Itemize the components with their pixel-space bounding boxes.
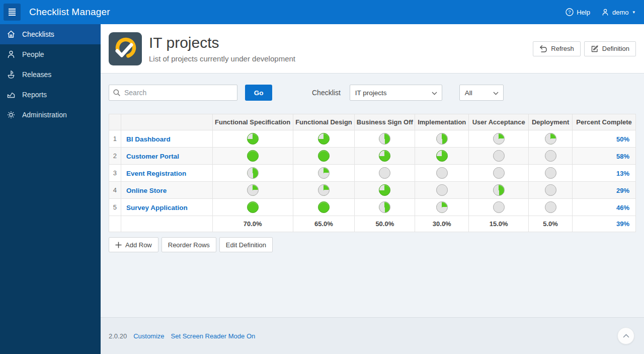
checklist-select[interactable]: IT projects <box>350 85 442 101</box>
version-label: 2.0.20 <box>109 332 127 340</box>
project-link[interactable]: Online Store <box>126 187 167 194</box>
sidebar-item-reports[interactable]: Reports <box>0 85 101 105</box>
refresh-icon <box>539 45 547 53</box>
plus-icon <box>115 242 122 248</box>
column-header: Deployment <box>529 114 573 130</box>
stage-pie[interactable] <box>247 201 259 213</box>
scope-select[interactable]: All <box>459 85 504 101</box>
stage-pie[interactable] <box>493 167 505 179</box>
row-number: 4 <box>109 182 121 199</box>
edit-definition-button[interactable]: Edit Definition <box>219 237 273 252</box>
project-link[interactable]: Customer Portal <box>126 153 179 160</box>
stage-pie[interactable] <box>247 167 259 179</box>
page-subtitle: List of projects currently under develop… <box>149 54 295 63</box>
gear-icon <box>7 110 16 119</box>
stage-pie[interactable] <box>379 150 390 162</box>
column-header: Business Sign Off <box>355 114 415 130</box>
percent-link[interactable]: 46% <box>616 204 629 211</box>
project-link[interactable]: BI Dashboard <box>126 135 171 143</box>
stage-pie[interactable] <box>436 133 448 145</box>
column-header-name <box>121 114 212 130</box>
go-button[interactable]: Go <box>245 85 272 101</box>
table-row: 2Customer Portal58% <box>109 148 636 165</box>
row-number: 3 <box>109 165 121 182</box>
totals-row: 70.0% 65.0% 50.0% 30.0% 15.0% 5.0% 39% <box>109 216 636 232</box>
sidebar-item-people[interactable]: People <box>0 44 101 64</box>
percent-link[interactable]: 13% <box>616 170 629 177</box>
stage-pie[interactable] <box>318 184 330 196</box>
sidebar-item-administration[interactable]: Administration <box>0 105 101 125</box>
customize-link[interactable]: Customize <box>133 332 164 340</box>
table-body: 1BI Dashboard50%2Customer Portal58%3Even… <box>109 130 636 216</box>
column-header: Functional Specification <box>212 114 293 130</box>
stage-pie[interactable] <box>436 150 448 162</box>
stage-pie[interactable] <box>436 201 448 213</box>
person-icon <box>7 50 16 59</box>
stage-pie[interactable] <box>436 184 448 196</box>
stage-pie[interactable] <box>545 133 556 145</box>
stage-pie[interactable] <box>493 150 505 162</box>
stage-pie[interactable] <box>247 150 259 162</box>
user-menu[interactable]: demo ▾ <box>601 8 635 16</box>
stage-total: 5.0% <box>529 216 573 232</box>
app-title: Checklist Manager <box>29 7 110 18</box>
column-header: Implementation <box>415 114 469 130</box>
project-link[interactable]: Survey Application <box>126 204 188 211</box>
project-link[interactable]: Event Registration <box>126 170 186 177</box>
ship-icon <box>7 70 16 79</box>
refresh-button[interactable]: Refresh <box>533 41 581 56</box>
reorder-rows-button[interactable]: Reorder Rows <box>162 237 216 252</box>
stage-pie[interactable] <box>545 167 556 179</box>
page-title: IT projects <box>149 34 295 52</box>
page-header: IT projects List of projects currently u… <box>101 24 644 74</box>
user-icon <box>601 8 609 16</box>
stage-total: 65.0% <box>293 216 355 232</box>
screen-reader-link[interactable]: Set Screen Reader Mode On <box>171 332 256 340</box>
column-header: User Acceptance <box>469 114 529 130</box>
definition-button[interactable]: Definition <box>584 41 636 56</box>
content-region: Go Checklist IT projects All Functional … <box>101 74 644 252</box>
stage-pie[interactable] <box>318 167 330 179</box>
stage-pie[interactable] <box>247 133 259 145</box>
hamburger-menu-button[interactable] <box>4 4 21 21</box>
chart-icon <box>7 90 16 99</box>
help-link[interactable]: ? Help <box>566 8 590 16</box>
stage-pie[interactable] <box>493 133 505 145</box>
add-row-button[interactable]: Add Row <box>109 237 158 252</box>
stage-pie[interactable] <box>318 150 330 162</box>
percent-link[interactable]: 29% <box>616 187 629 194</box>
main-region: IT projects List of projects currently u… <box>101 24 644 252</box>
stage-pie[interactable] <box>379 167 390 179</box>
stage-pie[interactable] <box>545 184 556 196</box>
scroll-to-top-button[interactable] <box>617 327 634 344</box>
sidebar-item-releases[interactable]: Releases <box>0 64 101 85</box>
chevron-down-icon <box>493 92 499 95</box>
percent-link[interactable]: 58% <box>616 153 629 160</box>
app-header: Checklist Manager ? Help demo ▾ <box>0 0 644 24</box>
checklist-table: Functional Specification Functional Desi… <box>109 114 636 232</box>
stage-pie[interactable] <box>318 201 330 213</box>
stage-total: 30.0% <box>415 216 469 232</box>
search-input[interactable] <box>109 85 237 101</box>
stage-pie[interactable] <box>247 184 259 196</box>
column-header: Percent Complete <box>573 114 636 130</box>
home-icon <box>7 30 16 39</box>
chevron-down-icon: ▾ <box>632 10 635 15</box>
stage-pie[interactable] <box>493 201 505 213</box>
sidebar: Checklists People Releases Reports Admin… <box>0 24 101 354</box>
stage-pie[interactable] <box>545 201 556 213</box>
percent-link[interactable]: 50% <box>616 135 629 143</box>
table-row: 1BI Dashboard50% <box>109 130 636 148</box>
stage-pie[interactable] <box>545 150 556 162</box>
stage-pie[interactable] <box>493 184 505 196</box>
stage-pie[interactable] <box>379 133 390 145</box>
search-icon <box>113 89 121 97</box>
table-row: 5Survey Application46% <box>109 199 636 216</box>
stage-pie[interactable] <box>436 167 448 179</box>
help-icon: ? <box>566 8 574 16</box>
stage-pie[interactable] <box>379 184 390 196</box>
stage-pie[interactable] <box>318 133 330 145</box>
stage-pie[interactable] <box>379 201 390 213</box>
sidebar-item-checklists[interactable]: Checklists <box>0 24 101 44</box>
percent-total: 39% <box>573 216 636 232</box>
